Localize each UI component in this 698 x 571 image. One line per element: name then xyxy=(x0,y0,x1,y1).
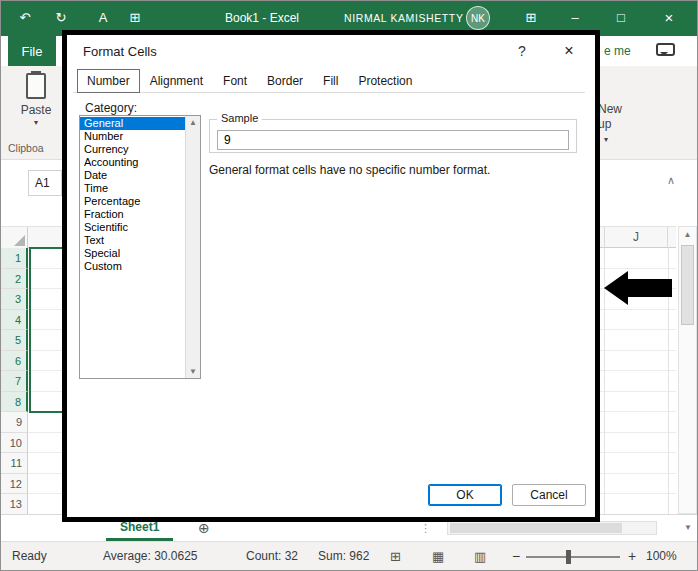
column-header-j[interactable]: J xyxy=(604,227,668,248)
format-cells-dialog: Format Cells ? × NumberAlignmentFontBord… xyxy=(62,30,600,522)
row-header-6[interactable]: 6 xyxy=(0,351,28,372)
formula-expand-icon[interactable]: ∧ xyxy=(660,174,682,187)
listbox-scrollbar[interactable]: ▲ ▼ xyxy=(185,116,200,378)
ok-button[interactable]: OK xyxy=(428,484,502,506)
row-header-4[interactable]: 4 xyxy=(0,310,28,331)
restore-button[interactable]: □ xyxy=(608,0,634,36)
selection-border xyxy=(29,247,63,413)
category-item-number[interactable]: Number xyxy=(80,130,185,143)
sample-value: 9 xyxy=(217,130,569,150)
arrow-shaft xyxy=(627,279,672,297)
undo-icon[interactable]: ↶ xyxy=(12,0,38,36)
arrow-head xyxy=(604,271,628,305)
zoom-in-button[interactable]: + xyxy=(628,542,636,571)
format-description: General format cells have no specific nu… xyxy=(209,163,589,177)
category-listbox[interactable]: GeneralNumberCurrencyAccountingDateTimeP… xyxy=(79,115,201,379)
row-header-7[interactable]: 7 xyxy=(0,371,28,392)
row-header-1[interactable]: 1 xyxy=(0,248,28,269)
horizontal-scroll-thumb[interactable] xyxy=(450,523,622,533)
category-item-date[interactable]: Date xyxy=(80,169,185,182)
row-header-8[interactable]: 8 xyxy=(0,392,28,413)
row-header-3[interactable]: 3 xyxy=(0,289,28,310)
dialog-tab-border[interactable]: Border xyxy=(257,69,313,93)
close-button[interactable]: × xyxy=(656,0,682,36)
dialog-tab-strip: NumberAlignmentFontBorderFillProtection xyxy=(77,69,422,93)
status-average: Average: 30.0625 xyxy=(103,542,198,571)
category-item-accounting[interactable]: Accounting xyxy=(80,156,185,169)
file-tab[interactable]: File xyxy=(8,36,56,66)
dialog-title: Format Cells xyxy=(83,44,157,59)
scroll-up-icon[interactable]: ▲ xyxy=(186,118,200,127)
category-label: Category: xyxy=(85,101,137,115)
view-normal-icon[interactable]: ⊞ xyxy=(390,542,401,571)
paste-label: Paste xyxy=(21,103,52,117)
status-mode: Ready xyxy=(12,542,47,571)
name-box[interactable]: A1 xyxy=(28,170,62,196)
new-group-line1: New xyxy=(598,102,622,116)
dialog-tab-number[interactable]: Number xyxy=(77,69,140,93)
avatar[interactable]: NK xyxy=(466,6,490,30)
dialog-help-button[interactable]: ? xyxy=(513,43,531,59)
row-header-5[interactable]: 5 xyxy=(0,330,28,351)
category-item-currency[interactable]: Currency xyxy=(80,143,185,156)
category-item-special[interactable]: Special xyxy=(80,247,185,260)
row-header-2[interactable]: 2 xyxy=(0,269,28,290)
clipboard-icon xyxy=(26,73,46,99)
tell-me-fragment[interactable]: e me xyxy=(604,36,631,66)
dialog-titlebar[interactable]: Format Cells ? × xyxy=(67,35,595,65)
chevron-down-icon: ▾ xyxy=(604,132,622,147)
dialog-tab-font[interactable]: Font xyxy=(213,69,257,93)
zoom-slider-track[interactable] xyxy=(526,556,620,558)
zoom-level[interactable]: 100% xyxy=(646,542,677,571)
dialog-tab-protection[interactable]: Protection xyxy=(348,69,422,93)
scroll-down-icon[interactable]: ▼ xyxy=(680,515,696,541)
category-item-percentage[interactable]: Percentage xyxy=(80,195,185,208)
category-item-scientific[interactable]: Scientific xyxy=(80,221,185,234)
annotation-arrow xyxy=(604,271,674,305)
horizontal-scrollbar[interactable] xyxy=(447,521,657,535)
dialog-close-button[interactable]: × xyxy=(559,42,579,60)
view-page-layout-icon[interactable]: ▦ xyxy=(432,542,444,571)
new-group-line2: up xyxy=(598,117,611,131)
scroll-down-icon[interactable]: ▼ xyxy=(186,367,200,376)
vertical-scroll-thumb[interactable] xyxy=(681,245,694,325)
status-bar: Ready Average: 30.0625 Count: 32 Sum: 96… xyxy=(0,541,698,571)
category-item-text[interactable]: Text xyxy=(80,234,185,247)
dialog-tab-fill[interactable]: Fill xyxy=(313,69,348,93)
dialog-tab-alignment[interactable]: Alignment xyxy=(140,69,213,93)
chevron-down-icon[interactable]: ▾ xyxy=(34,118,38,127)
paste-button[interactable]: Paste ▾ xyxy=(12,70,60,144)
comments-icon[interactable] xyxy=(656,43,675,56)
row-header-13[interactable]: 13 xyxy=(0,494,28,515)
row-header-12[interactable]: 12 xyxy=(0,474,28,495)
category-item-general[interactable]: General xyxy=(80,117,185,130)
clipboard-group-label: Clipboa xyxy=(8,142,44,154)
new-group-fragment[interactable]: New up ▾ xyxy=(598,102,622,147)
select-all-corner[interactable] xyxy=(0,227,28,248)
vertical-scrollbar[interactable]: ▲ xyxy=(678,226,697,514)
category-item-time[interactable]: Time xyxy=(80,182,185,195)
scroll-up-icon[interactable]: ▲ xyxy=(679,230,696,239)
category-item-fraction[interactable]: Fraction xyxy=(80,208,185,221)
category-item-custom[interactable]: Custom xyxy=(80,260,185,273)
zoom-out-button[interactable]: − xyxy=(512,542,520,571)
row-header-9[interactable]: 9 xyxy=(0,412,28,433)
status-count: Count: 32 xyxy=(246,542,298,571)
sample-label: Sample xyxy=(217,112,262,124)
row-header-11[interactable]: 11 xyxy=(0,453,28,474)
view-page-break-icon[interactable]: ▥ xyxy=(474,542,486,571)
category-items: GeneralNumberCurrencyAccountingDateTimeP… xyxy=(80,117,185,273)
select-all-icon xyxy=(14,235,25,246)
row-header-10[interactable]: 10 xyxy=(0,433,28,454)
cancel-button[interactable]: Cancel xyxy=(512,484,586,506)
status-sum: Sum: 962 xyxy=(318,542,369,571)
zoom-slider-thumb[interactable] xyxy=(566,550,571,564)
